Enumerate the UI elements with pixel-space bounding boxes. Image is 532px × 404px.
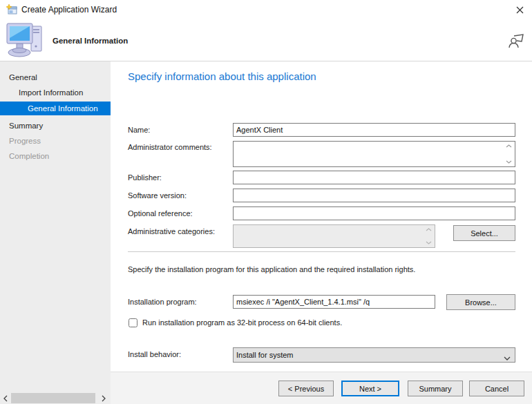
- install-behavior-dropdown[interactable]: Install for system: [233, 347, 515, 363]
- publisher-label: Publisher:: [128, 173, 162, 182]
- wizard-app-icon: [6, 4, 17, 15]
- section-divider: [128, 251, 515, 252]
- close-button[interactable]: [513, 3, 526, 17]
- feedback-person-icon: [508, 32, 524, 48]
- name-label: Name:: [128, 126, 150, 134]
- publisher-input[interactable]: [233, 171, 515, 184]
- scroll-right-icon[interactable]: [98, 392, 109, 404]
- wizard-page-title: General Information: [53, 37, 128, 45]
- admin-comments-input[interactable]: [234, 142, 515, 166]
- browse-button[interactable]: Browse...: [446, 294, 515, 310]
- run-32bit-checkbox[interactable]: [129, 318, 137, 327]
- close-icon: [516, 6, 524, 14]
- admin-categories-input: [234, 225, 435, 247]
- install-behavior-value: Install for system: [236, 351, 294, 359]
- feedback-button[interactable]: [507, 32, 525, 50]
- run-32bit-label: Run installation program as 32-bit proce…: [142, 318, 342, 327]
- sidebar-item-summary[interactable]: Summary: [0, 119, 111, 133]
- optional-reference-input[interactable]: [233, 206, 515, 220]
- sidebar-item-general-information[interactable]: General Information: [0, 102, 111, 115]
- admin-categories-field: [233, 224, 435, 248]
- wizard-header: General Information: [0, 19, 532, 61]
- admin-comments-field: [233, 141, 515, 167]
- window-title: Create Application Wizard: [21, 5, 117, 15]
- summary-button[interactable]: Summary: [408, 381, 463, 396]
- optional-reference-label: Optional reference:: [128, 209, 193, 218]
- software-version-input[interactable]: [233, 189, 515, 202]
- name-input[interactable]: [233, 123, 515, 137]
- create-application-wizard-window: Create Application Wizard Gene: [0, 0, 532, 404]
- previous-button[interactable]: < Previous: [278, 381, 334, 396]
- sidebar-item-completion[interactable]: Completion: [0, 149, 111, 163]
- admin-comments-label: Administrator comments:: [128, 143, 212, 151]
- installation-section-text: Specify the installation program for thi…: [128, 265, 415, 273]
- page-heading: Specify information about this applicati…: [128, 70, 316, 82]
- software-version-label: Software version:: [128, 191, 187, 200]
- scrollbar-thumb[interactable]: [11, 393, 95, 403]
- chevron-down-icon: [504, 354, 511, 362]
- computer-icon: [6, 21, 46, 60]
- installation-program-label: Installation program:: [128, 298, 197, 306]
- sidebar-item-progress[interactable]: Progress: [0, 134, 111, 148]
- select-categories-button[interactable]: Select...: [453, 225, 515, 241]
- next-button[interactable]: Next >: [341, 381, 399, 396]
- admin-categories-label: Administrative categories:: [128, 227, 215, 235]
- installation-program-input[interactable]: [233, 295, 435, 309]
- cancel-button[interactable]: Cancel: [469, 381, 524, 396]
- sidebar-item-import-information[interactable]: Import Information: [0, 86, 111, 99]
- sidebar-item-general[interactable]: General: [0, 70, 111, 84]
- sidebar-horizontal-scrollbar[interactable]: [0, 392, 111, 404]
- footer-bar: < Previous Next > Summary Cancel: [111, 372, 532, 404]
- wizard-steps-sidebar: General Import Information General Infor…: [0, 61, 111, 404]
- install-behavior-label: Install behavior:: [128, 350, 181, 358]
- titlebar: Create Application Wizard: [0, 0, 532, 19]
- scroll-left-icon[interactable]: [0, 392, 11, 404]
